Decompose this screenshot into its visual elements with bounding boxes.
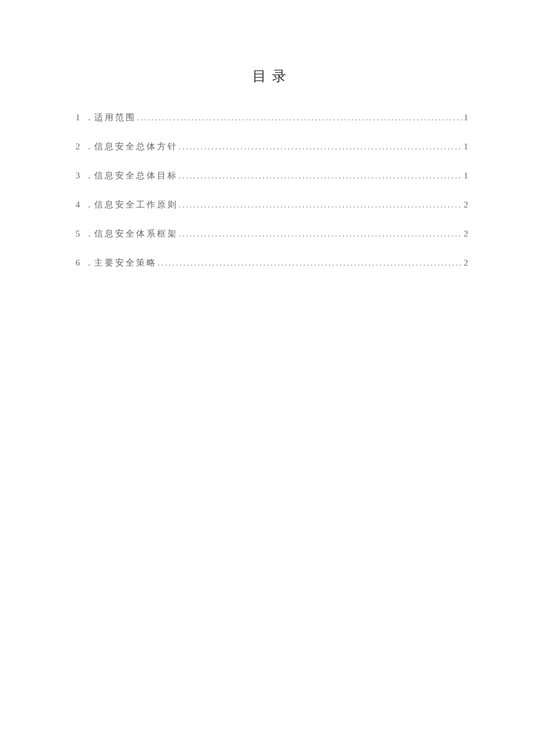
toc-entry-page: 1 [463,112,469,124]
toc-entry-label: 信息安全体系框架 [94,228,178,240]
document-page: 目录 1 ． 适用范围 1 2 ． 信息安全总体方针 1 3 ． 信息安全总体目… [0,0,535,269]
toc-entry-number: 2 [76,141,85,153]
toc-entry-label: 信息安全总体方针 [94,141,178,153]
toc-leader-dots [178,142,463,152]
toc-entry-number: 5 [76,228,85,240]
toc-entry-separator: ． [85,112,94,124]
toc-leader-dots [178,229,463,239]
toc-entry-page: 2 [463,257,469,269]
toc-entry-page: 1 [463,170,469,182]
toc-leader-dots [157,258,463,268]
toc-entry-separator: ． [85,170,94,182]
toc-entry-label: 主要安全策略 [94,257,157,269]
toc-entry: 3 ． 信息安全总体目标 1 [76,170,468,182]
toc-entry-page: 2 [463,228,469,240]
toc-entry-separator: ． [85,228,94,240]
toc-entry: 5 ． 信息安全体系框架 2 [76,228,468,240]
toc-entry-page: 1 [463,141,469,153]
toc-title: 目录 [76,67,468,85]
toc-entry: 1 ． 适用范围 1 [76,112,468,124]
toc-leader-dots [178,171,463,181]
toc-entry-separator: ． [85,141,94,153]
toc-leader-dots [178,200,463,210]
toc-entry-label: 信息安全工作原则 [94,199,178,211]
toc-entry-separator: ． [85,257,94,269]
toc-entry: 2 ． 信息安全总体方针 1 [76,141,468,153]
toc-entry: 6 ． 主要安全策略 2 [76,257,468,269]
toc-entry-number: 4 [76,199,85,211]
toc-entry-page: 2 [463,199,469,211]
toc-leader-dots [136,113,463,123]
toc-entry-label: 信息安全总体目标 [94,170,178,182]
toc-entry-label: 适用范围 [94,112,136,124]
toc-entry-number: 1 [76,112,85,124]
toc-entry: 4 ． 信息安全工作原则 2 [76,199,468,211]
table-of-contents: 1 ． 适用范围 1 2 ． 信息安全总体方针 1 3 ． 信息安全总体目标 1… [76,112,468,269]
toc-entry-number: 6 [76,257,85,269]
toc-entry-separator: ． [85,199,94,211]
toc-entry-number: 3 [76,170,85,182]
